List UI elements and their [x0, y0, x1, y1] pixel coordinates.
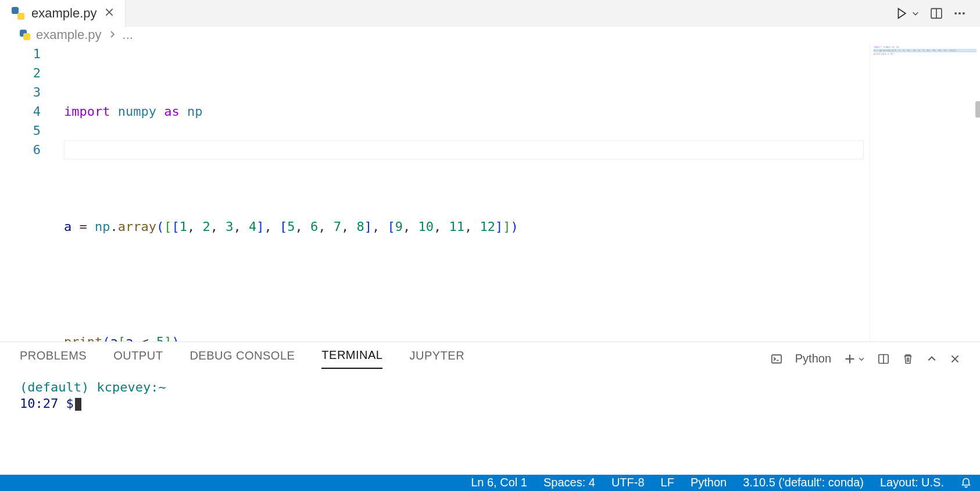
code-line: import numpy as np: [64, 102, 980, 121]
more-actions-icon[interactable]: [953, 7, 966, 20]
editor-actions: [895, 0, 980, 27]
panel-actions: Python: [771, 352, 960, 365]
chevron-down-icon[interactable]: [858, 355, 865, 362]
terminal-profile-icon[interactable]: [771, 353, 782, 365]
new-terminal-icon[interactable]: [844, 353, 856, 365]
minimap[interactable]: import numpy as np a = np.array([[1, 2, …: [870, 43, 980, 341]
split-editor-icon[interactable]: [930, 7, 943, 20]
code-editor[interactable]: 1 2 3 4 5 6 import numpy as np a = np.ar…: [0, 43, 980, 341]
close-panel-icon[interactable]: [950, 354, 960, 364]
status-indentation[interactable]: Spaces: 4: [543, 476, 595, 489]
terminal-line: (default) kcpevey:~: [20, 379, 960, 396]
terminal-line: 10:27 $: [20, 396, 960, 412]
status-cursor-position[interactable]: Ln 6, Col 1: [471, 476, 527, 489]
terminal[interactable]: (default) kcpevey:~ 10:27 $: [0, 376, 980, 475]
breadcrumb-file: example.py: [36, 27, 102, 42]
status-keyboard-layout[interactable]: Layout: U.S.: [880, 476, 944, 489]
status-eol[interactable]: LF: [661, 476, 674, 489]
minimap-slider[interactable]: [975, 101, 980, 118]
close-icon[interactable]: [104, 6, 115, 21]
svg-rect-5: [772, 355, 781, 363]
split-terminal-icon[interactable]: [878, 353, 889, 365]
notifications-icon[interactable]: [960, 477, 972, 489]
line-number: 5: [0, 121, 41, 140]
svg-point-4: [963, 12, 965, 15]
status-language[interactable]: Python: [691, 476, 727, 489]
status-encoding[interactable]: UTF-8: [611, 476, 645, 489]
breadcrumb[interactable]: example.py ...: [0, 27, 980, 43]
panel-tab-bar: PROBLEMS OUTPUT DEBUG CONSOLE TERMINAL J…: [0, 342, 980, 376]
code-line: a = np.array([[1, 2, 3, 4], [5, 6, 7, 8]…: [64, 217, 980, 236]
status-interpreter[interactable]: 3.10.5 ('default': conda): [743, 476, 864, 489]
chevron-down-icon[interactable]: [911, 9, 920, 17]
tab-debug-console[interactable]: DEBUG CONSOLE: [189, 349, 295, 368]
line-number: 4: [0, 102, 41, 121]
code-line: [64, 159, 980, 179]
tab-bar: example.py: [0, 0, 980, 27]
tab-jupyter[interactable]: JUPYTER: [409, 349, 464, 368]
kill-terminal-icon[interactable]: [902, 353, 914, 365]
line-number: 3: [0, 83, 41, 102]
svg-point-2: [954, 12, 957, 15]
tab-problems[interactable]: PROBLEMS: [20, 349, 87, 368]
terminal-kind-label[interactable]: Python: [795, 352, 831, 365]
line-number-gutter: 1 2 3 4 5 6: [0, 43, 64, 341]
breadcrumb-rest: ...: [123, 27, 133, 42]
code-area[interactable]: import numpy as np a = np.array([[1, 2, …: [64, 43, 980, 341]
line-number: 2: [0, 63, 41, 83]
svg-point-3: [958, 12, 961, 15]
code-line: [64, 275, 980, 294]
run-icon[interactable]: [895, 7, 908, 20]
maximize-panel-icon[interactable]: [927, 354, 937, 364]
bottom-panel: PROBLEMS OUTPUT DEBUG CONSOLE TERMINAL J…: [0, 341, 980, 475]
terminal-cursor: [75, 398, 81, 411]
tab-filename: example.py: [31, 6, 97, 21]
current-line-highlight: [64, 140, 864, 159]
line-number: 1: [0, 44, 41, 63]
editor-tab[interactable]: example.py: [0, 0, 126, 27]
python-file-icon: [20, 30, 30, 40]
chevron-right-icon: [108, 27, 117, 42]
code-line: print(a[a < 5]): [64, 332, 980, 341]
python-file-icon: [12, 7, 24, 20]
tab-terminal[interactable]: TERMINAL: [321, 348, 382, 369]
status-bar: Ln 6, Col 1 Spaces: 4 UTF-8 LF Python 3.…: [0, 475, 980, 491]
tab-output[interactable]: OUTPUT: [113, 349, 163, 368]
line-number: 6: [0, 140, 41, 159]
